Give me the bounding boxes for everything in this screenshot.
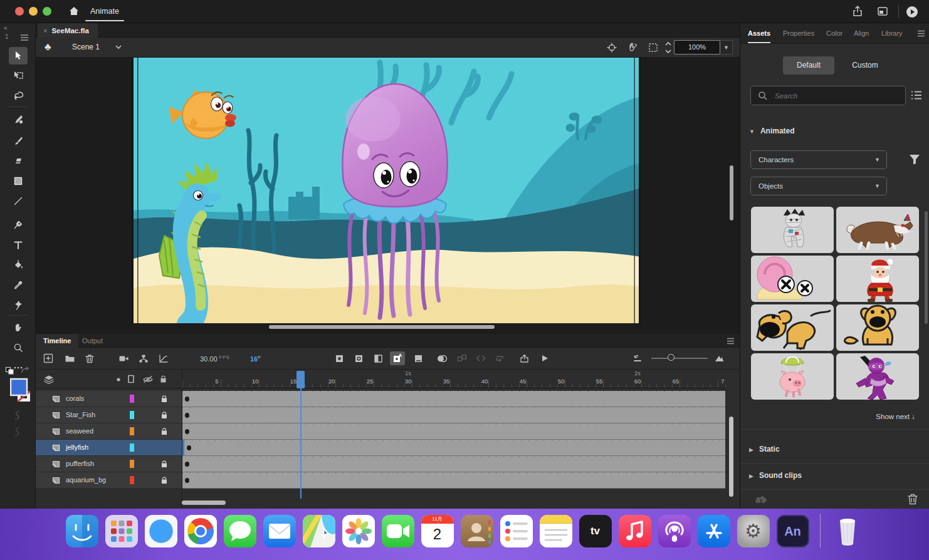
asset-thumb-santa[interactable] xyxy=(836,256,919,302)
delete-layer-button[interactable] xyxy=(82,351,97,365)
layer-row-jellyfish-selected[interactable]: jellyfish xyxy=(36,440,182,456)
zoom-stepper[interactable] xyxy=(664,41,672,54)
frame-row-aquarium-bg[interactable] xyxy=(182,472,725,489)
frame-row-corals[interactable] xyxy=(182,391,725,407)
frame-row-star-fish[interactable] xyxy=(182,407,725,423)
layer-row-aquarium-bg[interactable]: aquarium_bg xyxy=(36,472,182,489)
insert-frame-button[interactable] xyxy=(370,351,386,365)
show-next-button[interactable]: Show next ↓ xyxy=(876,413,915,420)
highlight-column-icon[interactable] xyxy=(116,377,121,382)
document-tab[interactable]: × SeeMac.fla xyxy=(38,23,98,38)
eyedropper-tool[interactable] xyxy=(9,276,28,294)
collapse-panel-chevrons[interactable]: « xyxy=(4,24,8,31)
upload-asset-icon[interactable] xyxy=(754,494,768,506)
frame-row-pufferfish[interactable] xyxy=(182,456,725,472)
frame-row-seaweed[interactable] xyxy=(182,423,725,440)
reset-timeline-zoom-button[interactable] xyxy=(630,351,645,365)
filter-icon[interactable] xyxy=(908,153,921,165)
dock-settings-icon[interactable]: ⚙ xyxy=(737,515,770,547)
layer-color-swatch[interactable] xyxy=(130,460,134,468)
tab-properties[interactable]: Properties xyxy=(783,23,814,43)
export-frame-button[interactable] xyxy=(517,351,532,365)
html-frame-button[interactable] xyxy=(473,351,488,365)
stage-vertical-scrollbar[interactable] xyxy=(730,165,733,220)
timeline-horizontal-scrollbar[interactable] xyxy=(182,500,226,505)
dock-messages-icon[interactable] xyxy=(224,515,256,547)
asset-search-box[interactable] xyxy=(750,86,906,105)
keyframe-dot[interactable] xyxy=(185,397,189,402)
tab-library[interactable]: Library xyxy=(881,23,903,43)
keyframe-dot[interactable] xyxy=(185,462,189,467)
dock-podcasts-icon[interactable] xyxy=(658,515,691,547)
outline-column-icon[interactable] xyxy=(127,375,135,383)
asset-thumb-werewolf[interactable] xyxy=(836,207,919,253)
rectangle-tool[interactable] xyxy=(9,172,28,190)
playhead-line[interactable] xyxy=(300,388,302,499)
asset-warp-pin-tool[interactable] xyxy=(9,296,28,314)
timeline-panel-menu-icon[interactable] xyxy=(727,338,735,345)
play-button[interactable] xyxy=(537,351,552,365)
layer-parenting-button[interactable] xyxy=(136,351,151,365)
tab-assets[interactable]: Assets xyxy=(748,23,770,43)
classic-brush-tool[interactable] xyxy=(9,132,28,150)
dock-music-icon[interactable] xyxy=(619,515,651,547)
scene-breadcrumb[interactable]: Scene 1 xyxy=(72,43,100,51)
tab-align[interactable]: Align xyxy=(854,23,869,43)
frame-ruler[interactable]: 5 10 15 20 25 30 35 40 45 50 55 60 65 7 … xyxy=(182,370,726,388)
panel-group-menu-icon[interactable] xyxy=(917,30,925,37)
panel-scrollbar[interactable] xyxy=(925,211,928,324)
tab-color[interactable]: Color xyxy=(826,23,842,43)
asset-thumb-ninja[interactable] xyxy=(836,353,919,400)
fluid-brush-tool[interactable] xyxy=(9,111,28,128)
asset-thumb-mummy[interactable] xyxy=(751,207,834,253)
asset-thumb-snail[interactable] xyxy=(751,256,834,302)
insert-keyframe-button[interactable] xyxy=(332,351,347,365)
zoom-dropdown-button[interactable]: ▼ xyxy=(720,40,733,54)
dock-notes-icon[interactable] xyxy=(540,515,572,547)
scene-chevron-icon[interactable] xyxy=(115,44,122,50)
traffic-zoom-button[interactable] xyxy=(43,7,51,16)
rotate-stage-icon[interactable] xyxy=(626,42,638,53)
layer-row-seaweed[interactable]: seaweed xyxy=(36,423,182,440)
list-view-icon[interactable] xyxy=(911,90,922,100)
eraser-tool[interactable] xyxy=(9,152,28,170)
timeline-frames-area[interactable]: 5 10 15 20 25 30 35 40 45 50 55 60 65 7 … xyxy=(182,370,726,509)
fill-stroke-swatches[interactable] xyxy=(10,378,31,403)
lasso-tool[interactable] xyxy=(9,87,28,105)
dock-trash-icon[interactable] xyxy=(831,515,864,547)
tab-timeline[interactable]: Timeline xyxy=(36,334,78,348)
asset-thumb-pig-parachute[interactable] xyxy=(751,353,834,400)
dock-calendar-icon[interactable]: 11月 2 xyxy=(421,515,454,547)
text-tool[interactable] xyxy=(9,236,28,254)
section-static[interactable]: ▶Static xyxy=(749,445,780,454)
home-icon[interactable] xyxy=(68,5,80,18)
frame-rate-value[interactable]: 30.00 FPS xyxy=(200,355,230,363)
zoom-level-input[interactable]: 100% xyxy=(674,40,720,54)
default-colors-icon[interactable] xyxy=(5,366,15,375)
dock-appstore-icon[interactable] xyxy=(698,515,730,547)
traffic-minimize-button[interactable] xyxy=(29,7,38,16)
dock-finder-icon[interactable] xyxy=(66,515,98,547)
zoom-tool[interactable] xyxy=(9,339,28,356)
asset-thumb-dog-playing[interactable] xyxy=(751,304,834,351)
layer-name[interactable]: seaweed xyxy=(66,427,93,435)
default-mode-button[interactable]: Default xyxy=(783,56,834,75)
dock-appletv-icon[interactable]: tv xyxy=(579,515,612,547)
layer-color-swatch[interactable] xyxy=(130,427,134,435)
layer-lock-icon[interactable] xyxy=(160,460,168,468)
layer-name[interactable]: Star_Fish xyxy=(66,411,95,418)
dock-reminders-icon[interactable] xyxy=(500,515,533,547)
keyframe-dot[interactable] xyxy=(185,478,189,483)
remove-frame-button[interactable] xyxy=(411,351,426,365)
layer-lock-icon[interactable] xyxy=(160,476,168,484)
layer-lock-icon[interactable] xyxy=(160,395,168,403)
delete-asset-icon[interactable] xyxy=(907,493,918,505)
lock-column-icon[interactable] xyxy=(159,375,167,383)
tools-menu-icon[interactable] xyxy=(20,34,29,41)
edit-symbols-icon[interactable]: ♣ xyxy=(45,41,51,53)
layer-color-swatch[interactable] xyxy=(130,476,134,484)
dock-mail-icon[interactable] xyxy=(263,515,296,547)
new-layer-button[interactable] xyxy=(41,351,56,365)
stage-canvas-artwork[interactable] xyxy=(132,58,641,323)
test-movie-play-icon[interactable] xyxy=(905,5,919,19)
